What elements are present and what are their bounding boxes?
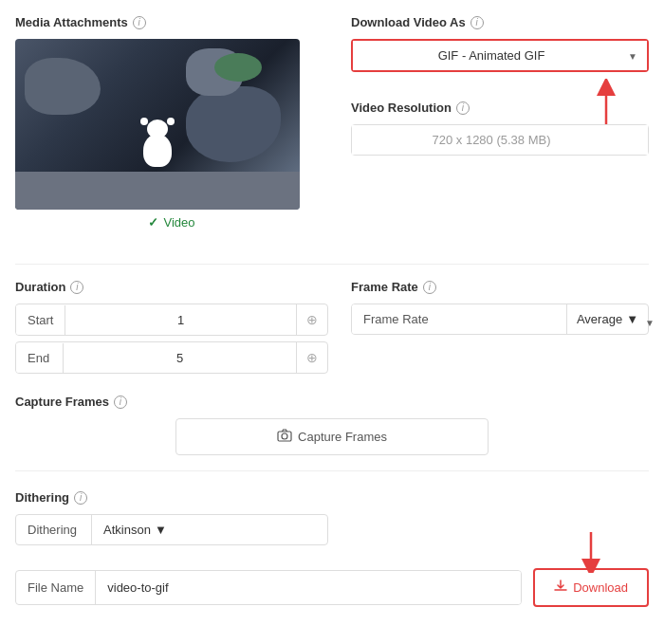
bear-figure [138, 120, 176, 172]
divider-2 [15, 470, 649, 471]
capture-frames-btn-label: Capture Frames [298, 430, 387, 444]
dithering-label: Dithering [15, 490, 69, 505]
format-select[interactable]: GIF - Animated GIF [353, 41, 647, 70]
ground-decor [15, 172, 300, 210]
capture-frames-section: Capture Frames i Capture Frames [15, 395, 649, 455]
frame-rate-select-wrapper[interactable]: Average ▼ [567, 304, 648, 334]
media-attachments-label: Media Attachments [15, 15, 128, 29]
download-btn-wrapper: Download [533, 568, 649, 607]
end-label: End [16, 343, 64, 373]
frame-rate-dropdown-arrow-icon: ▼ [626, 312, 638, 326]
download-icon [554, 580, 567, 596]
video-text: Video [163, 215, 194, 230]
frame-rate-label: Frame Rate [351, 280, 418, 294]
dithering-info-icon[interactable]: i [74, 491, 87, 505]
filename-row: File Name [15, 570, 522, 605]
capture-frames-label: Capture Frames [15, 395, 109, 409]
start-label: Start [16, 305, 65, 335]
right-panel: Download Video As i [351, 15, 649, 248]
start-plus-icon[interactable]: ⊕ [296, 304, 327, 335]
download-format-container: GIF - Animated GIF ▼ [351, 39, 649, 72]
duration-start-row: Start 1 ⊕ [15, 304, 328, 336]
frame-rate-row: Frame Rate Average ▼ [351, 304, 649, 335]
bear-body [143, 134, 172, 167]
capture-frames-camera-icon [277, 429, 292, 445]
media-thumbnail [15, 39, 300, 210]
top-section: Media Attachments i [15, 15, 649, 248]
filename-input[interactable] [96, 571, 521, 604]
frame-rate-row-label: Frame Rate [352, 304, 567, 334]
duration-info-icon[interactable]: i [70, 281, 83, 294]
frame-rate-section: Frame Rate i Frame Rate Average ▼ [351, 280, 649, 379]
download-video-as-label: Download Video As [351, 15, 466, 29]
video-resolution-info-icon[interactable]: i [456, 101, 470, 115]
frame-rate-value: Average [577, 312, 622, 326]
frame-rate-info-icon[interactable]: i [423, 281, 436, 294]
dithering-row-label: Dithering [16, 515, 92, 544]
media-attachments-title: Media Attachments i [15, 15, 328, 29]
capture-frames-button[interactable]: Capture Frames [175, 418, 489, 455]
rock-decor-2 [186, 86, 281, 162]
duration-title: Duration i [15, 280, 328, 294]
bear-ear-right [167, 118, 175, 125]
dithering-row: Dithering Atkinson ▼ [15, 514, 328, 545]
resolution-select[interactable]: 720 x 1280 (5.38 MB) [352, 125, 648, 155]
video-label: ✓ Video [15, 215, 328, 230]
bottom-section: File Name Download [15, 561, 649, 607]
frame-rate-title: Frame Rate i [351, 280, 649, 294]
start-value: 1 [65, 305, 296, 335]
bear-head [147, 120, 168, 138]
download-video-as-title: Download Video As i [351, 15, 649, 29]
dithering-value-wrapper[interactable]: Atkinson ▼ [92, 515, 178, 544]
end-value: 5 [64, 343, 296, 373]
dithering-dropdown-arrow-icon: ▼ [155, 523, 167, 537]
download-video-as-info-icon[interactable]: i [470, 16, 484, 29]
dithering-title: Dithering i [15, 490, 649, 505]
thumbnail-inner [15, 39, 300, 210]
dithering-value: Atkinson [103, 523, 151, 537]
filename-label: File Name [16, 571, 96, 604]
duration-end-row: End 5 ⊕ [15, 341, 328, 374]
left-panel: Media Attachments i [15, 15, 328, 248]
download-button-label: Download [573, 580, 628, 595]
duration-section: Duration i Start 1 ⊕ End 5 ⊕ [15, 280, 328, 379]
divider-1 [15, 264, 649, 265]
green-patch-decor [214, 53, 262, 82]
dithering-section: Dithering i Dithering Atkinson ▼ [15, 490, 649, 545]
rock-decor-1 [25, 58, 101, 115]
duration-framerate-section: Duration i Start 1 ⊕ End 5 ⊕ Frame Rate … [15, 280, 649, 379]
red-arrow-up-annotation [592, 79, 620, 129]
svg-point-2 [282, 433, 287, 439]
format-select-wrapper[interactable]: GIF - Animated GIF ▼ [351, 39, 649, 72]
duration-label: Duration [15, 280, 65, 294]
bear-ear-left [140, 118, 148, 125]
capture-frames-info-icon[interactable]: i [114, 396, 127, 409]
media-attachments-info-icon[interactable]: i [133, 16, 146, 29]
video-resolution-label: Video Resolution [351, 101, 452, 115]
capture-frames-title: Capture Frames i [15, 395, 649, 409]
red-arrow-down-annotation [577, 530, 605, 579]
end-plus-icon[interactable]: ⊕ [296, 342, 327, 373]
video-checkmark-icon: ✓ [148, 215, 158, 230]
